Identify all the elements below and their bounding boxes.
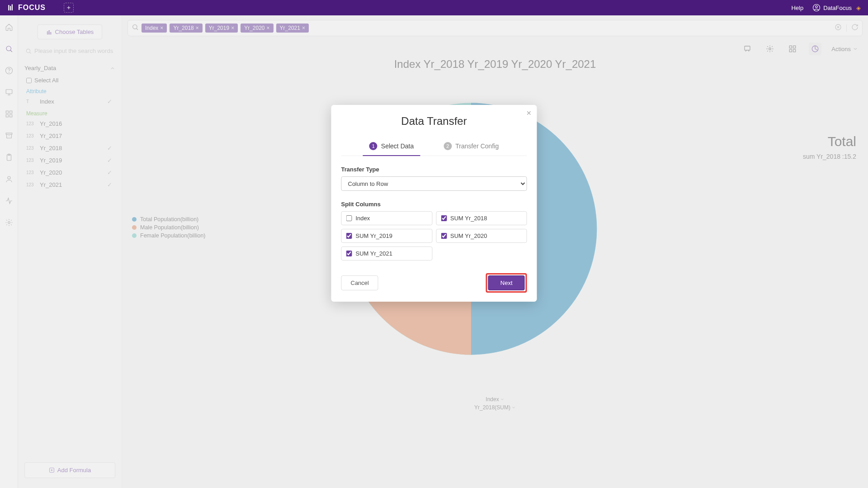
app-name: FOCUS: [18, 4, 46, 12]
svg-rect-2: [12, 5, 13, 11]
step-transfer-config[interactable]: 2Transfer Config: [440, 137, 502, 156]
svg-point-4: [816, 6, 818, 8]
next-button[interactable]: Next: [488, 275, 525, 290]
split-column-item[interactable]: SUM Yr_2018: [436, 211, 527, 225]
next-button-highlight: Next: [486, 273, 527, 293]
split-columns-label: Split Columns: [341, 201, 527, 208]
split-label: SUM Yr_2020: [450, 232, 487, 239]
svg-rect-0: [8, 5, 9, 10]
split-checkbox[interactable]: [346, 251, 352, 256]
topbar: FOCUS Help DataFocus ◈: [0, 0, 868, 15]
modal-title: Data Transfer: [341, 115, 527, 128]
step-select-data[interactable]: 1Select Data: [366, 137, 417, 156]
app-logo: FOCUS: [7, 4, 46, 12]
split-checkbox[interactable]: [346, 233, 352, 239]
split-label: Index: [356, 215, 370, 222]
split-label: SUM Yr_2019: [356, 232, 392, 239]
data-transfer-modal: ✕ Data Transfer 1Select Data 2Transfer C…: [331, 105, 537, 302]
split-column-item[interactable]: SUM Yr_2019: [341, 229, 433, 243]
split-column-item[interactable]: SUM Yr_2020: [436, 229, 527, 243]
help-link[interactable]: Help: [791, 5, 803, 11]
plus-icon: [66, 5, 71, 10]
cancel-button[interactable]: Cancel: [341, 275, 378, 290]
user-menu[interactable]: DataFocus ◈: [812, 4, 861, 12]
svg-rect-1: [10, 6, 11, 10]
user-name: DataFocus: [823, 5, 852, 11]
shield-icon: ◈: [856, 5, 861, 11]
add-tab-button[interactable]: [64, 3, 74, 13]
modal-steps: 1Select Data 2Transfer Config: [341, 137, 527, 156]
user-avatar-icon: [812, 4, 821, 12]
split-checkbox[interactable]: [346, 215, 352, 221]
split-checkbox[interactable]: [441, 215, 447, 221]
split-column-item[interactable]: Index: [341, 211, 433, 225]
split-column-item[interactable]: SUM Yr_2021: [341, 246, 433, 261]
transfer-type-label: Transfer Type: [341, 166, 527, 173]
logo-icon: [7, 4, 15, 12]
split-checkbox[interactable]: [441, 233, 447, 239]
transfer-type-select[interactable]: Column to Row: [341, 176, 527, 191]
split-label: SUM Yr_2021: [356, 250, 392, 257]
split-label: SUM Yr_2018: [450, 215, 487, 222]
modal-close-button[interactable]: ✕: [526, 109, 532, 117]
